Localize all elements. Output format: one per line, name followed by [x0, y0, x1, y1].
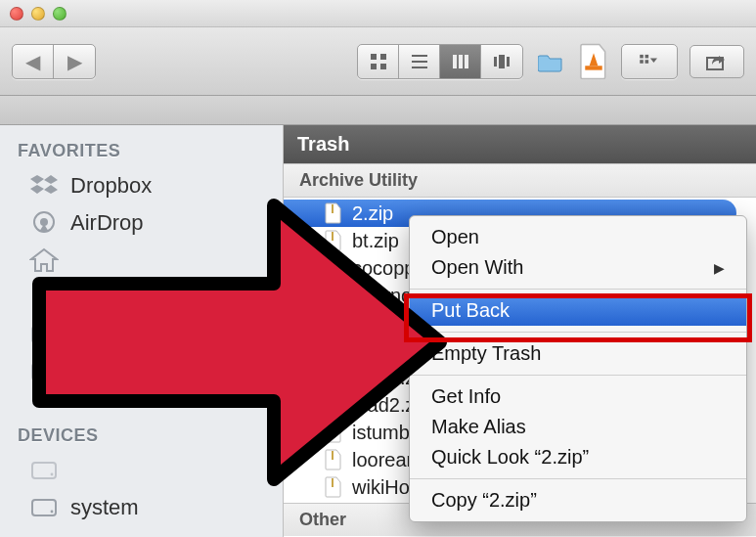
svg-rect-37: [332, 424, 334, 432]
drive-icon: [27, 493, 61, 522]
svg-rect-27: [32, 500, 56, 515]
menu-get-info[interactable]: Get Info: [410, 381, 746, 412]
svg-rect-5: [412, 61, 427, 63]
zip-file-icon: [323, 284, 344, 307]
sidebar-heading-devices: DEVICES: [0, 420, 283, 452]
svg-rect-10: [494, 57, 497, 67]
file-name: cocopp: [352, 257, 416, 280]
sidebar-item-applications[interactable]: Applic: [0, 279, 283, 316]
file-name: ipad2.z: [352, 394, 416, 417]
toolbar: ◀ ▶: [0, 27, 756, 96]
svg-rect-23: [32, 364, 56, 380]
sidebar-item-home[interactable]: [0, 242, 283, 279]
svg-rect-4: [412, 55, 427, 57]
minimize-window-button[interactable]: [31, 7, 45, 21]
svg-rect-9: [465, 55, 468, 68]
folder-button[interactable]: [535, 45, 566, 78]
menu-separator: [410, 478, 746, 479]
location-header: Trash: [284, 125, 756, 163]
zip-file-icon: [323, 256, 344, 280]
svg-rect-33: [332, 314, 334, 323]
svg-rect-7: [453, 55, 457, 68]
sidebar-item-dropbox[interactable]: Dropbox: [0, 167, 283, 204]
sidebar-item-device1[interactable]: [0, 452, 283, 489]
close-window-button[interactable]: [10, 7, 23, 21]
menu-open[interactable]: Open: [410, 222, 746, 252]
sidebar-item-label: Applic: [70, 285, 129, 310]
sidebar: FAVORITES Dropbox AirDrop Applic: [0, 125, 284, 537]
svg-rect-32: [332, 287, 334, 295]
zip-file-icon: [323, 393, 344, 417]
menu-separator: [410, 375, 746, 376]
svg-point-22: [51, 337, 54, 340]
zip-file-icon: [323, 421, 344, 444]
sidebar-item-drive2[interactable]: [0, 353, 283, 390]
sidebar-item-label: system: [70, 495, 139, 520]
document-icon: [578, 43, 609, 80]
menu-put-back[interactable]: Put Back: [410, 295, 746, 326]
svg-rect-2: [371, 64, 377, 69]
drive-icon: [27, 357, 61, 386]
svg-rect-25: [32, 463, 56, 478]
arrange-button[interactable]: [622, 45, 677, 78]
svg-point-24: [51, 375, 54, 378]
svg-rect-15: [645, 54, 649, 58]
submenu-arrow-icon: ▶: [714, 260, 725, 276]
view-icons-button[interactable]: [358, 45, 399, 78]
zip-file-icon: [323, 229, 344, 252]
zip-file-icon: [323, 338, 344, 362]
sidebar-item-label: Dropbox: [70, 173, 152, 199]
menu-copy[interactable]: Copy “2.zip”: [410, 485, 746, 515]
svg-rect-11: [499, 55, 505, 68]
svg-rect-3: [380, 64, 386, 69]
sidebar-item-airdrop[interactable]: AirDrop: [0, 204, 283, 242]
svg-rect-34: [332, 341, 334, 350]
context-menu: Open Open With ▶ Put Back Empty Trash Ge…: [409, 215, 747, 522]
titlebar: [0, 0, 756, 27]
svg-rect-0: [371, 54, 377, 60]
svg-rect-36: [332, 396, 334, 405]
zip-file-icon: [323, 475, 344, 499]
svg-rect-30: [332, 232, 334, 241]
share-button[interactable]: [689, 45, 744, 78]
file-name: loorean: [352, 449, 418, 471]
svg-rect-38: [332, 451, 334, 460]
drive-icon: [27, 456, 61, 485]
svg-rect-17: [645, 60, 649, 64]
svg-rect-1: [380, 54, 386, 60]
view-list-button[interactable]: [399, 45, 440, 78]
menu-open-with[interactable]: Open With ▶: [410, 252, 746, 283]
svg-rect-8: [459, 55, 463, 68]
coverflow-icon: [493, 53, 511, 70]
nav-group: ◀ ▶: [12, 44, 96, 79]
airdrop-icon: [27, 208, 61, 238]
sidebar-item-system[interactable]: system: [0, 489, 283, 526]
columns-icon: [452, 53, 469, 70]
svg-rect-14: [640, 54, 644, 58]
sidebar-item-label: AirDrop: [70, 210, 144, 236]
menu-make-alias[interactable]: Make Alias: [410, 412, 746, 442]
traffic-lights: [10, 7, 67, 21]
view-coverflow-button[interactable]: [481, 45, 522, 78]
svg-rect-6: [412, 67, 427, 68]
menu-separator: [410, 332, 746, 333]
back-arrow-icon: ◀: [25, 50, 40, 73]
sidebar-item-drive1[interactable]: [0, 316, 283, 353]
view-columns-button[interactable]: [440, 45, 481, 78]
list-icon: [411, 53, 428, 70]
svg-point-26: [51, 473, 54, 476]
forward-button[interactable]: ▶: [54, 45, 95, 78]
zoom-window-button[interactable]: [53, 7, 67, 21]
zip-file-icon: [323, 448, 344, 471]
file-name: evernot: [352, 285, 418, 307]
vlc-file-icon[interactable]: [578, 45, 609, 78]
back-button[interactable]: ◀: [13, 45, 54, 78]
file-name: bt.zip: [352, 230, 399, 252]
menu-empty-trash[interactable]: Empty Trash: [410, 338, 746, 369]
arrange-group: [621, 44, 678, 79]
menu-quick-look[interactable]: Quick Look “2.zip”: [410, 442, 746, 472]
menu-separator: [410, 289, 746, 290]
dropbox-icon: [27, 171, 61, 201]
grid-icon: [370, 53, 387, 70]
svg-rect-16: [640, 60, 644, 64]
